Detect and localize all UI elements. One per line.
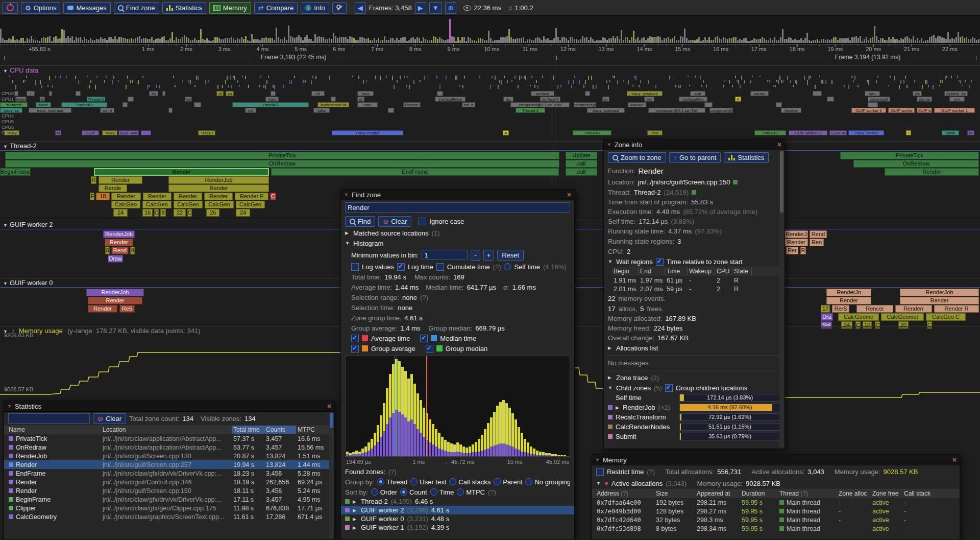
cpu-zone[interactable]: fla [149, 91, 158, 96]
expand-icon[interactable]: ▶ [353, 499, 358, 504]
cpu-zone[interactable]: GUIF worker 0 [851, 108, 886, 113]
cpu-zone[interactable]: GUIF wor [118, 130, 139, 135]
zone[interactable]: Render [900, 297, 979, 304]
cpu-zone[interactable]: sensors@ [868, 97, 890, 102]
median-time-checkbox[interactable] [420, 335, 428, 342]
cpu-zone[interactable] [141, 130, 151, 135]
zone[interactable]: OnRedraw [5, 160, 559, 168]
zone[interactable]: Rend [810, 230, 827, 238]
zone[interactable]: Rer [786, 247, 798, 254]
column-header-counts[interactable]: Counts [264, 426, 296, 434]
zone[interactable]: RenderJo [826, 289, 871, 296]
cpu-zone[interactable] [437, 91, 443, 96]
child-zone-row[interactable]: CalcRenderNodes51.51 µs (1.15%) [604, 422, 785, 432]
sort-by-count[interactable]: Count [400, 488, 427, 496]
statistics-row[interactable]: CalcGeometryjni/../jni/src/claw/graphics… [4, 512, 334, 521]
cpu-zone[interactable]: cfr [311, 91, 325, 96]
cpu-zone[interactable]: surface [531, 91, 554, 96]
cpu-zone[interactable] [194, 102, 201, 107]
collapse-icon[interactable]: ▼ [7, 404, 12, 409]
cpu-zone[interactable]: sr [40, 97, 45, 102]
sort-by-time[interactable]: Time [430, 488, 454, 496]
zone[interactable]: CalcGeome [838, 313, 879, 321]
zone[interactable]: Render [826, 297, 871, 304]
cpu-zone[interactable]: inv [644, 97, 654, 102]
cpu-zone[interactable] [813, 91, 822, 96]
zone[interactable]: 24 [113, 209, 128, 217]
zone[interactable]: 9 [130, 247, 135, 254]
zone[interactable]: RenderJob [900, 289, 979, 296]
clear-button[interactable]: Clear [378, 216, 411, 227]
allocation-row[interactable]: 0x7dfaa64e00192 bytes298.21 ms59.95 sMai… [592, 498, 960, 507]
statistics-row[interactable]: Renderjni/../jni/src/guif/Control.cpp:34… [4, 478, 334, 486]
collapse-icon[interactable]: ▼ [3, 329, 8, 334]
zone[interactable]: 26 [206, 209, 219, 217]
zone-group-row[interactable]: ▶GUIF worker 0(3,231)4.48 s [341, 514, 574, 523]
frames-row[interactable]: Frame 3,193 (22.45 ms) Frame 3,194 (13.9… [0, 53, 980, 62]
zone[interactable]: call [566, 160, 597, 168]
zone[interactable]: BeginFrame [0, 168, 31, 176]
close-icon[interactable]: × [777, 141, 781, 148]
column-header-appeared-at[interactable]: Appeared at [695, 489, 740, 498]
allocation-row[interactable]: 0x7e049b3d00128 bytes298.27 ms59.95 sMai… [592, 507, 960, 515]
collapse-icon[interactable]: ▼ [3, 281, 8, 286]
zone-group-row[interactable]: ▶GUIF worker 1(3,192)4.39 s [341, 523, 574, 532]
collapse-icon[interactable]: ▼ [607, 142, 611, 147]
sort-by-order[interactable]: Order [371, 488, 397, 496]
zone[interactable]: OnRedraw [853, 160, 979, 168]
frame-time-graph[interactable] [0, 16, 980, 44]
zone[interactable]: Rend [111, 247, 129, 254]
cpu-zone[interactable]: Tracy Profiler [848, 130, 884, 135]
next-frame-button[interactable]: ▶ [415, 2, 426, 14]
collapse-button[interactable]: ▼ [429, 2, 442, 14]
cpu-zone[interactable]: Trac [647, 130, 663, 135]
column-header-address[interactable]: Address (?) [595, 489, 654, 498]
cpu-zone[interactable]: surfaceflinge [435, 97, 465, 102]
cpu-zone[interactable]: composer@ [709, 108, 733, 113]
zone[interactable]: Render F [235, 193, 268, 200]
zone[interactable]: Render [168, 184, 269, 192]
zone[interactable]: C [187, 209, 192, 217]
min-bin-decrease-button[interactable]: - [471, 250, 480, 261]
cpu-zone[interactable]: Tracy Profiler [332, 130, 403, 135]
child-zone-row[interactable]: ▶RenderJob(×2)4.16 ms (92.60%) [604, 403, 785, 412]
column-header-name[interactable]: Name [7, 426, 101, 434]
statistics-row[interactable]: RenderJobjni/../jni/src/guif/Screen.cpp:… [4, 452, 334, 460]
group-by-thread[interactable]: Thread [377, 478, 407, 486]
zone-group-row[interactable]: ▶GUIF worker 2(3,296)4.61 s [341, 506, 574, 514]
statistics-button[interactable]: Statistics [162, 2, 206, 14]
group-by-user-text[interactable]: User text [410, 478, 446, 486]
cpu-zone[interactable]: GUIF w [917, 108, 932, 113]
cpu-zone[interactable]: A [735, 97, 741, 102]
cpu-zone[interactable]: Thread-2 [573, 130, 611, 135]
group-average-checkbox[interactable] [351, 345, 359, 353]
cpu-zone[interactable] [271, 91, 276, 96]
zone[interactable]: 18 [96, 193, 110, 200]
zone[interactable]: Render [99, 176, 142, 184]
zone[interactable]: 17 [821, 305, 830, 313]
cpu-zone[interactable] [49, 91, 52, 96]
group-by-no-grouping[interactable]: No grouping [525, 478, 570, 486]
expand-icon[interactable]: ▶ [353, 508, 358, 513]
statistics-row[interactable]: Renderjni/../jni/src/guif/Screen.cpp:150… [4, 486, 334, 495]
expand-icon[interactable]: ▶ [345, 230, 350, 236]
log-time-checkbox[interactable] [397, 263, 405, 271]
zone[interactable]: Render [105, 239, 133, 246]
zone[interactable]: 24 [236, 209, 250, 217]
cpu-zone[interactable]: kwo [357, 91, 374, 96]
cpu-zone[interactable]: rot_d [100, 108, 114, 113]
zone[interactable]: Render [785, 239, 808, 246]
cpu-zone[interactable] [827, 97, 834, 102]
collapse-icon[interactable]: ▼ [608, 259, 613, 264]
cpu-zone[interactable]: composer@ [574, 102, 596, 107]
cpu-zone[interactable]: tracy_sy [0, 108, 22, 113]
statistics-row[interactable]: Clipperjni/../jni/src/claw/gfx/geo/Clipp… [4, 504, 334, 512]
cpu-zone[interactable]: Thread-2 [516, 108, 545, 113]
column-header-duration[interactable]: Duration [740, 489, 778, 498]
zone[interactable]: Draw [108, 255, 123, 263]
reset-button[interactable]: Reset [497, 250, 524, 261]
cpu-zone[interactable]: kworke [781, 108, 801, 113]
cpu-zone[interactable]: tracy_systrace [587, 108, 625, 113]
cpu-zone[interactable]: surfacefli [540, 97, 560, 102]
cpu-zone[interactable] [388, 108, 394, 113]
